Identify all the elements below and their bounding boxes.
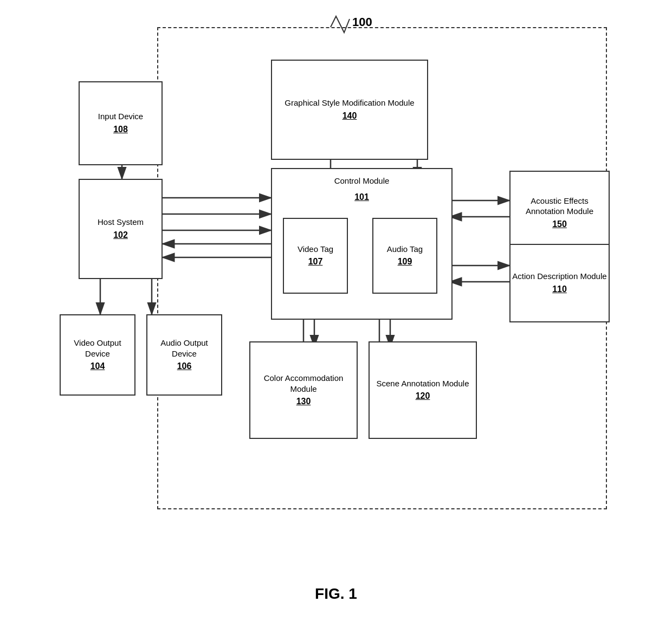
color-accommodation-box: Color Accommodation Module 130 (249, 341, 358, 439)
color-accommodation-label: Color Accommodation Module (250, 373, 357, 394)
input-device-num: 108 (113, 124, 128, 135)
audio-output-box: Audio Output Device 106 (146, 314, 222, 396)
host-system-num: 102 (113, 230, 128, 241)
control-module-box: Control Module 101 Video Tag 107 Audio T… (271, 168, 453, 320)
scene-annotation-label: Scene Annotation Module (377, 378, 469, 389)
graphical-style-box: Graphical Style Modification Module 140 (271, 60, 428, 160)
audio-output-num: 106 (177, 361, 192, 372)
video-output-label: Video Output Device (61, 338, 134, 359)
color-accommodation-num: 130 (296, 396, 311, 407)
input-device-box: Input Device 108 (79, 81, 163, 165)
scene-annotation-box: Scene Annotation Module 120 (369, 341, 477, 439)
graphical-style-num: 140 (343, 111, 357, 122)
acoustic-effects-num: 150 (552, 219, 567, 230)
control-module-label: Control Module (334, 176, 390, 186)
host-system-label: Host System (98, 217, 144, 228)
action-description-box: Action Description Module 110 (509, 244, 610, 322)
diagram-wrapper: 100 Input Device 108 Host System 102 Vid… (38, 11, 634, 580)
acoustic-effects-box: Acoustic Effects Annotation Module 150 (509, 171, 610, 255)
video-tag-num: 107 (308, 256, 323, 268)
control-module-num: 101 (354, 192, 369, 203)
audio-tag-label: Audio Tag (387, 244, 423, 255)
figure-label: FIG. 1 (315, 585, 357, 603)
audio-tag-num: 109 (398, 256, 412, 268)
scene-annotation-num: 120 (416, 391, 430, 402)
action-description-label: Action Description Module (512, 271, 606, 282)
host-system-box: Host System 102 (79, 179, 163, 279)
audio-tag-box: Audio Tag 109 (372, 218, 437, 294)
acoustic-effects-label: Acoustic Effects Annotation Module (511, 196, 609, 217)
video-tag-box: Video Tag 107 (283, 218, 348, 294)
video-tag-label: Video Tag (298, 244, 333, 255)
graphical-style-label: Graphical Style Modification Module (285, 98, 414, 108)
video-output-box: Video Output Device 104 (60, 314, 135, 396)
video-output-num: 104 (91, 361, 105, 372)
audio-output-label: Audio Output Device (147, 338, 221, 359)
action-description-num: 110 (552, 284, 567, 295)
input-device-label: Input Device (98, 111, 143, 122)
